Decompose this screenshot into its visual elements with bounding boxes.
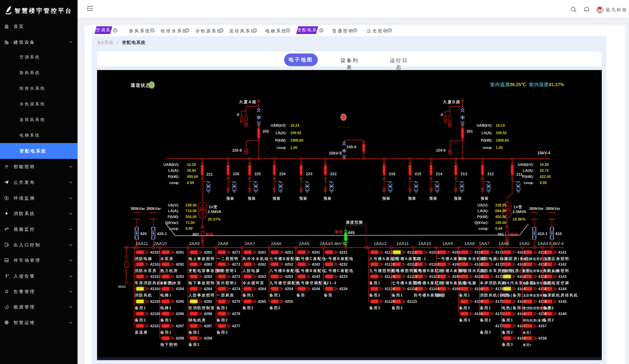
svg-text:地下室机房排风机: 地下室机房排风机 bbox=[543, 293, 578, 297]
svg-text:备用2: 备用2 bbox=[391, 306, 403, 310]
svg-text:P(kW):: P(kW): bbox=[477, 215, 489, 219]
svg-text:人防事故照明: 人防事故照明 bbox=[188, 293, 215, 297]
svg-text:弱电机房: 弱电机房 bbox=[188, 318, 206, 322]
svg-text:4261: 4261 bbox=[258, 250, 266, 254]
svg-text:109.92: 109.92 bbox=[290, 131, 301, 135]
svg-text:215: 215 bbox=[415, 172, 421, 176]
svg-text:41115: 41115 bbox=[407, 299, 417, 303]
svg-text:42101: 42101 bbox=[150, 250, 160, 254]
svg-text:238.30: 238.30 bbox=[495, 203, 506, 207]
svg-text:4295: 4295 bbox=[176, 299, 184, 303]
svg-text:221: 221 bbox=[206, 172, 213, 177]
svg-text:水泵房: 水泵房 bbox=[160, 256, 174, 261]
svg-text:UA(V):: UA(V): bbox=[168, 203, 179, 207]
svg-text:4271: 4271 bbox=[232, 250, 240, 254]
svg-text:备用1: 备用1 bbox=[269, 293, 281, 297]
svg-text:就地: 就地 bbox=[335, 230, 343, 234]
svg-text:电梯1: 电梯1 bbox=[160, 293, 172, 297]
svg-text:4244: 4244 bbox=[312, 287, 320, 291]
svg-text:1908.80: 1908.80 bbox=[290, 138, 303, 142]
svg-text:备用2: 备用2 bbox=[369, 293, 381, 297]
svg-text:备用1: 备用1 bbox=[135, 306, 146, 310]
svg-text:401: 401 bbox=[497, 232, 504, 237]
svg-text:-9: -9 bbox=[236, 113, 239, 117]
svg-text:410-1: 410-1 bbox=[538, 232, 547, 236]
svg-text:0.99: 0.99 bbox=[187, 181, 194, 185]
svg-text:380kVar: 380kVar bbox=[546, 207, 560, 211]
svg-text:1AA11: 1AA11 bbox=[396, 241, 409, 246]
svg-text:LA(A):: LA(A): bbox=[481, 131, 492, 135]
svg-text:备用1: 备用1 bbox=[523, 331, 532, 334]
svg-text:备用2: 备用2 bbox=[543, 318, 554, 322]
svg-text:226: 226 bbox=[233, 172, 239, 176]
svg-text:备用1: 备用1 bbox=[543, 306, 554, 310]
svg-text:备用: 备用 bbox=[437, 293, 446, 297]
svg-text:室内湿度:: 室内湿度: bbox=[529, 82, 551, 87]
svg-text:1AA5: 1AA5 bbox=[519, 241, 529, 246]
svg-text:212: 212 bbox=[487, 172, 494, 176]
svg-text:就地: 就地 bbox=[510, 233, 518, 237]
svg-text:410: 410 bbox=[555, 232, 562, 236]
svg-text:大厦A座: 大厦A座 bbox=[239, 100, 257, 104]
svg-text:1AA9: 1AA9 bbox=[442, 241, 453, 246]
svg-text:41121: 41121 bbox=[385, 250, 395, 254]
svg-text:4288: 4288 bbox=[204, 336, 212, 340]
svg-text:41.27%: 41.27% bbox=[549, 82, 564, 87]
svg-text:4157: 4157 bbox=[538, 324, 547, 328]
svg-text:预留: 预留 bbox=[382, 197, 390, 200]
svg-text:1908.80: 1908.80 bbox=[496, 138, 509, 142]
svg-text:4297: 4297 bbox=[176, 324, 184, 328]
svg-text:备用1: 备用1 bbox=[501, 318, 513, 322]
svg-text:41125: 41125 bbox=[385, 299, 395, 303]
svg-text:预留: 预留 bbox=[226, 197, 234, 200]
svg-text:备用: 备用 bbox=[323, 293, 333, 297]
svg-text:42105: 42105 bbox=[150, 299, 160, 303]
svg-text:UAB(kV):: UAB(kV): bbox=[271, 123, 287, 127]
svg-text:140.00: 140.00 bbox=[495, 221, 506, 225]
svg-text:10.26: 10.26 bbox=[187, 163, 196, 167]
svg-text:Q(kVar):: Q(kVar): bbox=[165, 221, 179, 225]
svg-text:J24-9: J24-9 bbox=[436, 148, 446, 152]
svg-text:直流屏: 直流屏 bbox=[135, 330, 148, 334]
svg-text:预留: 预留 bbox=[299, 197, 308, 200]
svg-text:245-5: 245-5 bbox=[346, 145, 356, 149]
svg-text:422.00: 422.00 bbox=[540, 175, 551, 179]
svg-text:1.00: 1.00 bbox=[496, 146, 503, 150]
svg-text:2.5MVA: 2.5MVA bbox=[208, 210, 221, 214]
svg-text:消防电梯: 消防电梯 bbox=[135, 256, 152, 261]
svg-text:备用2: 备用2 bbox=[135, 318, 146, 322]
svg-text:4286: 4286 bbox=[204, 312, 212, 316]
svg-text:变配电室空调: 变配电室空调 bbox=[543, 281, 569, 285]
svg-text:4242: 4242 bbox=[312, 262, 320, 266]
svg-text:P(kW):: P(kW): bbox=[481, 138, 492, 142]
svg-text:42102: 42102 bbox=[150, 262, 160, 266]
svg-text:备用2: 备用2 bbox=[216, 318, 228, 322]
svg-text:4241: 4241 bbox=[312, 250, 320, 254]
svg-text:109.92: 109.92 bbox=[496, 131, 507, 135]
svg-text:安消防控制室: 安消防控制室 bbox=[188, 306, 215, 310]
svg-text:LA(A):: LA(A): bbox=[276, 131, 287, 135]
svg-text:224: 224 bbox=[279, 172, 286, 176]
svg-text:4184: 4184 bbox=[474, 287, 483, 291]
svg-text:备用1: 备用1 bbox=[160, 330, 172, 334]
svg-text:4293: 4293 bbox=[176, 274, 184, 279]
svg-text:41111: 41111 bbox=[407, 250, 417, 254]
svg-text:2AA10: 2AA10 bbox=[154, 241, 166, 246]
svg-text:备用2: 备用2 bbox=[188, 343, 200, 347]
svg-text:2AA11: 2AA11 bbox=[135, 241, 148, 246]
svg-text:UAB(kV):: UAB(kV): bbox=[518, 163, 534, 167]
svg-text:211: 211 bbox=[516, 172, 522, 177]
svg-text:4144: 4144 bbox=[558, 287, 567, 291]
svg-text:4185: 4185 bbox=[474, 299, 483, 303]
svg-text:4253: 4253 bbox=[285, 274, 293, 279]
svg-text:4252: 4252 bbox=[285, 262, 293, 266]
svg-text:380kVar: 380kVar bbox=[529, 207, 544, 211]
svg-text:4232: 4232 bbox=[339, 262, 348, 266]
svg-text:10kV-5: 10kV-5 bbox=[329, 151, 342, 155]
svg-text:备用1: 备用1 bbox=[216, 306, 228, 310]
svg-text:450.00: 450.00 bbox=[495, 215, 506, 219]
svg-text:冷水循环泵: 冷水循环泵 bbox=[242, 281, 265, 285]
svg-text:备用3: 备用3 bbox=[501, 343, 513, 347]
svg-text:Q(kVar):: Q(kVar): bbox=[474, 221, 489, 225]
svg-text:4292: 4292 bbox=[176, 262, 184, 266]
